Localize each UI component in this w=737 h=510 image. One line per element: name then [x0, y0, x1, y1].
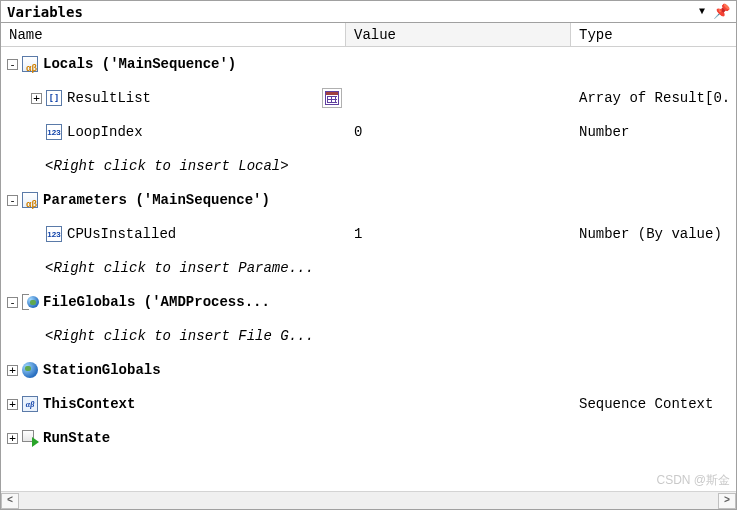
- panel-title: Variables: [7, 4, 83, 20]
- node-type: Number (By value): [571, 217, 736, 251]
- node-label: Parameters ('MainSequence'): [43, 192, 270, 208]
- node-type: Number: [571, 115, 736, 149]
- tree-node-parameters[interactable]: - Parameters ('MainSequence'): [1, 183, 736, 217]
- expand-icon[interactable]: +: [7, 433, 18, 444]
- tree-node-locals[interactable]: - Locals ('MainSequence'): [1, 47, 736, 81]
- node-label: Locals ('MainSequence'): [43, 56, 236, 72]
- scroll-right-icon[interactable]: >: [718, 493, 736, 509]
- tree-node-fileglobals[interactable]: - FileGlobals ('AMDProcess...: [1, 285, 736, 319]
- panel-menu-dropdown-icon[interactable]: ▼: [699, 6, 705, 17]
- scroll-left-icon[interactable]: <: [1, 493, 19, 509]
- watermark: CSDN @斯金: [656, 472, 730, 489]
- array-icon: []: [45, 90, 63, 106]
- column-header-name[interactable]: Name: [1, 23, 346, 46]
- expand-icon[interactable]: +: [31, 93, 42, 104]
- container-icon: [21, 56, 39, 72]
- tree-node-stationglobals[interactable]: + StationGlobals: [1, 353, 736, 387]
- runstate-icon: [21, 430, 39, 446]
- node-label: RunState: [43, 430, 110, 446]
- hint-text: <Right click to insert File G...: [45, 328, 314, 344]
- hint-text: <Right click to insert Local>: [45, 158, 289, 174]
- node-type: Array of Result[0.: [571, 81, 736, 115]
- collapse-icon[interactable]: -: [7, 297, 18, 308]
- node-value[interactable]: 1: [346, 217, 571, 251]
- node-label: FileGlobals ('AMDProcess...: [43, 294, 270, 310]
- node-label: ResultList: [67, 90, 322, 106]
- node-value[interactable]: [346, 81, 571, 115]
- file-globe-icon: [21, 294, 39, 310]
- column-header-value[interactable]: Value: [346, 23, 571, 46]
- node-type: [571, 47, 736, 81]
- pin-icon[interactable]: 📌: [713, 3, 730, 20]
- insert-parameter-hint[interactable]: <Right click to insert Parame...: [1, 251, 736, 285]
- tree-node-loopindex[interactable]: 123 LoopIndex 0 Number: [1, 115, 736, 149]
- node-label: CPUsInstalled: [67, 226, 176, 242]
- tree-node-cpusinstalled[interactable]: 123 CPUsInstalled 1 Number (By value): [1, 217, 736, 251]
- hint-text: <Right click to insert Parame...: [45, 260, 314, 276]
- number-icon: 123: [45, 226, 63, 242]
- column-header-type[interactable]: Type: [571, 23, 736, 46]
- horizontal-scrollbar[interactable]: < >: [1, 491, 736, 509]
- insert-fileglobal-hint[interactable]: <Right click to insert File G...: [1, 319, 736, 353]
- node-label: StationGlobals: [43, 362, 161, 378]
- node-value[interactable]: 0: [346, 115, 571, 149]
- tree-node-resultlist[interactable]: + [] ResultList Array of Result[0.: [1, 81, 736, 115]
- columns-header: Name Value Type: [1, 23, 736, 47]
- node-type: [571, 353, 736, 387]
- container-icon: [21, 192, 39, 208]
- expand-icon[interactable]: +: [7, 399, 18, 410]
- collapse-icon[interactable]: -: [7, 59, 18, 70]
- calendar-grid-icon[interactable]: [322, 88, 342, 108]
- node-value: [346, 47, 571, 81]
- collapse-icon[interactable]: -: [7, 195, 18, 206]
- tree-node-runstate[interactable]: + RunState: [1, 421, 736, 455]
- number-icon: 123: [45, 124, 63, 140]
- globe-icon: [21, 362, 39, 378]
- panel-header: Variables ▼ 📌: [1, 1, 736, 23]
- node-type: Sequence Context: [571, 387, 736, 421]
- context-icon: αβ: [21, 396, 39, 412]
- node-label: LoopIndex: [67, 124, 143, 140]
- tree-node-thiscontext[interactable]: + αβ ThisContext Sequence Context: [1, 387, 736, 421]
- node-label: ThisContext: [43, 396, 135, 412]
- variables-tree: - Locals ('MainSequence') + [] ResultLis…: [1, 47, 736, 491]
- expand-icon[interactable]: +: [7, 365, 18, 376]
- node-type: [571, 421, 736, 455]
- insert-local-hint[interactable]: <Right click to insert Local>: [1, 149, 736, 183]
